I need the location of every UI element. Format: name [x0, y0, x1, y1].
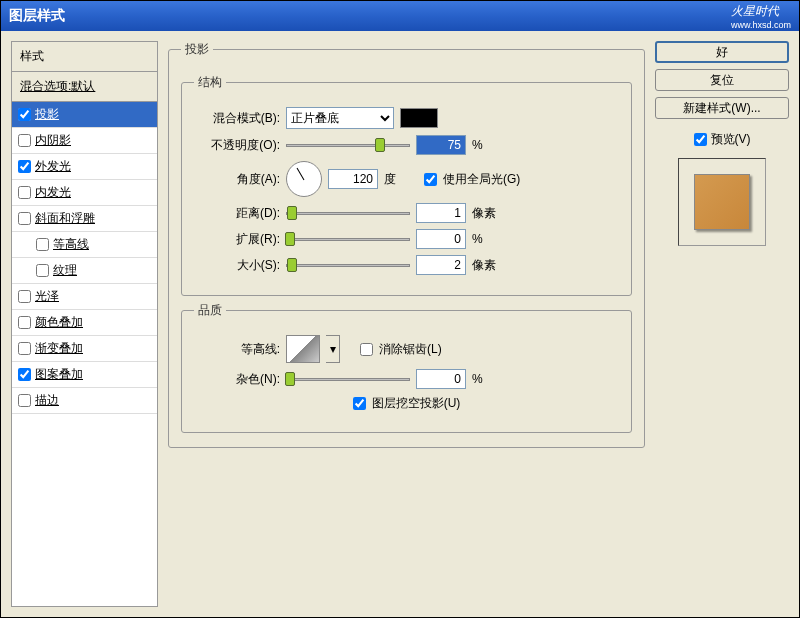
preview-checkbox[interactable]	[694, 133, 707, 146]
blend-options-default[interactable]: 混合选项:默认	[12, 72, 157, 102]
antialias-label: 消除锯齿(L)	[379, 341, 442, 358]
style-item-8[interactable]: 颜色叠加	[12, 310, 157, 336]
row-distance: 距离(D): 像素	[194, 203, 619, 223]
spread-slider[interactable]	[286, 238, 410, 241]
opacity-slider[interactable]	[286, 144, 410, 147]
contour-picker[interactable]	[286, 335, 320, 363]
size-input[interactable]	[416, 255, 466, 275]
style-checkbox-5[interactable]	[36, 238, 49, 251]
antialias-checkbox[interactable]	[360, 343, 373, 356]
style-checkbox-1[interactable]	[18, 134, 31, 147]
noise-input[interactable]	[416, 369, 466, 389]
cancel-button[interactable]: 复位	[655, 69, 789, 91]
style-label-0: 投影	[35, 106, 59, 123]
spread-unit: %	[472, 232, 506, 246]
style-label-1: 内阴影	[35, 132, 71, 149]
style-item-0[interactable]: 投影	[12, 102, 157, 128]
style-label-3: 内发光	[35, 184, 71, 201]
knockout-label: 图层挖空投影(U)	[372, 395, 461, 412]
titlebar: 图层样式 火星时代 www.hxsd.com	[1, 1, 799, 31]
group-quality: 品质 等高线: ▾ 消除锯齿(L) 杂色(N): % 图层挖空投影(U)	[181, 302, 632, 433]
row-spread: 扩展(R): %	[194, 229, 619, 249]
style-item-6[interactable]: 纹理	[12, 258, 157, 284]
group-quality-legend: 品质	[194, 302, 226, 319]
style-checkbox-9[interactable]	[18, 342, 31, 355]
opacity-input[interactable]	[416, 135, 466, 155]
style-label-11: 描边	[35, 392, 59, 409]
preview-label: 预览(V)	[711, 131, 751, 148]
preview-swatch	[694, 174, 750, 230]
group-structure: 结构 混合模式(B): 正片叠底 不透明度(O): % 角度(A): 度	[181, 74, 632, 296]
blend-mode-select[interactable]: 正片叠底	[286, 107, 394, 129]
style-item-9[interactable]: 渐变叠加	[12, 336, 157, 362]
label-blend: 混合模式(B):	[194, 110, 280, 127]
style-item-3[interactable]: 内发光	[12, 180, 157, 206]
style-item-2[interactable]: 外发光	[12, 154, 157, 180]
style-label-8: 颜色叠加	[35, 314, 83, 331]
noise-slider[interactable]	[286, 378, 410, 381]
style-item-4[interactable]: 斜面和浮雕	[12, 206, 157, 232]
global-light-label: 使用全局光(G)	[443, 171, 520, 188]
style-label-10: 图案叠加	[35, 366, 83, 383]
spread-input[interactable]	[416, 229, 466, 249]
global-light-checkbox[interactable]	[424, 173, 437, 186]
style-checkbox-0[interactable]	[18, 108, 31, 121]
distance-input[interactable]	[416, 203, 466, 223]
knockout-checkbox[interactable]	[353, 397, 366, 410]
row-opacity: 不透明度(O): %	[194, 135, 619, 155]
distance-unit: 像素	[472, 205, 506, 222]
size-slider[interactable]	[286, 264, 410, 267]
style-checkbox-3[interactable]	[18, 186, 31, 199]
label-opacity: 不透明度(O):	[194, 137, 280, 154]
style-label-6: 纹理	[53, 262, 77, 279]
style-label-9: 渐变叠加	[35, 340, 83, 357]
group-shadow: 投影 结构 混合模式(B): 正片叠底 不透明度(O): % 角度(A):	[168, 41, 645, 448]
noise-unit: %	[472, 372, 506, 386]
style-checkbox-8[interactable]	[18, 316, 31, 329]
row-angle: 角度(A): 度 使用全局光(G)	[194, 161, 619, 197]
style-checkbox-2[interactable]	[18, 160, 31, 173]
watermark-logo: 火星时代 www.hxsd.com	[731, 3, 791, 30]
style-label-4: 斜面和浮雕	[35, 210, 95, 227]
style-item-11[interactable]: 描边	[12, 388, 157, 414]
preview-row: 预览(V)	[655, 131, 789, 148]
row-contour: 等高线: ▾ 消除锯齿(L)	[194, 335, 619, 363]
style-checkbox-7[interactable]	[18, 290, 31, 303]
label-angle: 角度(A):	[194, 171, 280, 188]
distance-slider[interactable]	[286, 212, 410, 215]
style-label-7: 光泽	[35, 288, 59, 305]
row-knockout: 图层挖空投影(U)	[194, 395, 619, 412]
angle-dial[interactable]	[286, 161, 322, 197]
style-label-5: 等高线	[53, 236, 89, 253]
row-noise: 杂色(N): %	[194, 369, 619, 389]
styles-header[interactable]: 样式	[12, 42, 157, 72]
new-style-button[interactable]: 新建样式(W)...	[655, 97, 789, 119]
opacity-unit: %	[472, 138, 506, 152]
styles-list: 样式 混合选项:默认 投影内阴影外发光内发光斜面和浮雕等高线纹理光泽颜色叠加渐变…	[11, 41, 158, 607]
label-contour: 等高线:	[194, 341, 280, 358]
group-shadow-legend: 投影	[181, 41, 213, 58]
style-item-7[interactable]: 光泽	[12, 284, 157, 310]
style-checkbox-11[interactable]	[18, 394, 31, 407]
label-spread: 扩展(R):	[194, 231, 280, 248]
label-size: 大小(S):	[194, 257, 280, 274]
style-label-2: 外发光	[35, 158, 71, 175]
row-blend-mode: 混合模式(B): 正片叠底	[194, 107, 619, 129]
contour-dropdown[interactable]: ▾	[326, 335, 340, 363]
style-checkbox-4[interactable]	[18, 212, 31, 225]
angle-unit: 度	[384, 171, 418, 188]
shadow-color-swatch[interactable]	[400, 108, 438, 128]
style-item-10[interactable]: 图案叠加	[12, 362, 157, 388]
row-size: 大小(S): 像素	[194, 255, 619, 275]
group-structure-legend: 结构	[194, 74, 226, 91]
ok-button[interactable]: 好	[655, 41, 789, 63]
style-item-1[interactable]: 内阴影	[12, 128, 157, 154]
label-distance: 距离(D):	[194, 205, 280, 222]
dialog-title: 图层样式	[9, 7, 65, 25]
style-item-5[interactable]: 等高线	[12, 232, 157, 258]
right-panel: 好 复位 新建样式(W)... 预览(V)	[655, 41, 789, 607]
style-checkbox-10[interactable]	[18, 368, 31, 381]
dialog-body: 样式 混合选项:默认 投影内阴影外发光内发光斜面和浮雕等高线纹理光泽颜色叠加渐变…	[1, 31, 799, 617]
angle-input[interactable]	[328, 169, 378, 189]
style-checkbox-6[interactable]	[36, 264, 49, 277]
